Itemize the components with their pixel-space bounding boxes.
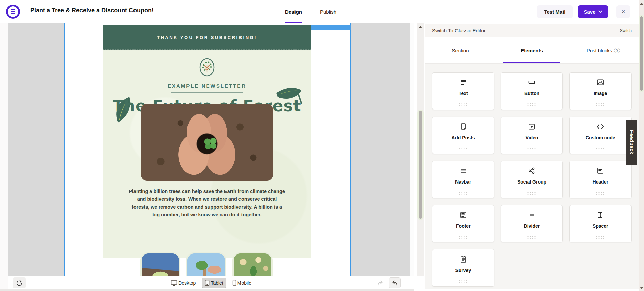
element-card-survey[interactable]: Survey	[432, 249, 494, 287]
save-button-label: Save	[584, 9, 595, 15]
element-card-custom-code[interactable]: Custom code	[569, 117, 632, 154]
mobile-label: Mobile	[237, 280, 251, 286]
redo-button[interactable]	[377, 280, 384, 286]
device-toggle-mobile[interactable]: Mobile	[230, 278, 254, 288]
header-block-icon	[596, 166, 604, 175]
elements-grid: Text Button Image Add Posts Video	[432, 72, 632, 287]
planting-photo-1[interactable]	[140, 252, 180, 276]
code-brackets-icon	[596, 122, 605, 131]
drag-handle-dots	[459, 280, 467, 283]
tablet-icon	[205, 280, 210, 286]
sidebar-bottom-strip	[425, 289, 639, 291]
element-card-social-group[interactable]: Social Group	[501, 161, 563, 198]
drag-handle-dots	[459, 103, 467, 106]
feedback-tab[interactable]: Feedback	[626, 120, 637, 165]
element-card-text[interactable]: Text	[432, 72, 494, 110]
element-card-spacer[interactable]: Spacer	[569, 205, 632, 242]
page-scrollbar[interactable]	[639, 0, 644, 291]
tab-section-label: Section	[452, 48, 469, 53]
mobile-icon	[232, 280, 236, 286]
refresh-preview-button[interactable]	[13, 277, 26, 288]
email-paragraph[interactable]: Planting a billion trees can help save t…	[128, 188, 286, 219]
drag-handle-dots	[459, 236, 467, 239]
canvas-right-gutter	[410, 23, 414, 276]
page-scroll-down-icon[interactable]	[640, 287, 643, 289]
tab-design[interactable]: Design	[285, 0, 302, 23]
tree-logo-icon	[199, 58, 215, 77]
footer-block-icon	[459, 211, 467, 219]
element-card-add-posts[interactable]: Add Posts	[432, 117, 494, 154]
divider-line-icon	[528, 211, 536, 219]
desktop-icon	[171, 280, 177, 286]
tab-elements[interactable]: Elements	[496, 37, 568, 63]
help-question-icon[interactable]: ?	[614, 48, 620, 53]
planting-photo-2[interactable]	[186, 252, 226, 276]
element-card-navbar[interactable]: Navbar	[432, 161, 494, 198]
switch-editor-bar: Switch To Classic Editor Switch	[425, 24, 639, 37]
element-card-footer[interactable]: Footer	[432, 205, 494, 242]
drag-handle-dots	[596, 103, 605, 106]
email-banner[interactable]: THANK YOU FOR SUBSCRIBING!	[103, 25, 311, 50]
canvas-scrollbar[interactable]	[417, 23, 424, 276]
canvas-scrollbar-thumb[interactable]	[417, 110, 424, 220]
page-scroll-up-icon[interactable]	[640, 3, 643, 5]
element-card-button[interactable]: Button	[501, 72, 563, 110]
hands-seedling-photo[interactable]	[141, 104, 273, 181]
element-card-divider[interactable]: Divider	[501, 205, 563, 242]
tab-post-blocks-label: Post blocks	[587, 48, 612, 53]
selection-indicator-bar[interactable]	[311, 25, 351, 30]
preview-toolbar: Desktop Tablet Mobile	[8, 276, 414, 289]
test-mail-button[interactable]: Test Mail	[537, 5, 573, 18]
drag-handle-dots	[596, 236, 605, 239]
element-card-header[interactable]: Header	[569, 161, 632, 198]
brand-divider-rule	[171, 92, 243, 93]
drag-handle-dots	[459, 148, 467, 150]
tab-section[interactable]: Section	[425, 37, 496, 63]
email-preview[interactable]: THANK YOU FOR SUBSCRIBING! EXAMPLE NEWSL…	[103, 25, 311, 276]
elements-panel: Text Button Image Add Posts Video	[425, 64, 639, 289]
top-bar: Plant a Tree & Receive a Discount Coupon…	[0, 0, 644, 23]
spacer-icon	[596, 211, 604, 219]
page-scrollbar-thumb[interactable]	[639, 15, 644, 92]
image-icon	[596, 78, 604, 87]
photo-thumbnails-row	[103, 252, 311, 276]
save-button[interactable]: Save	[578, 5, 608, 18]
campaign-title: Plant a Tree & Receive a Discount Coupon…	[30, 7, 154, 14]
drag-handle-dots	[528, 192, 536, 195]
sidebar-tabs: Section Elements Post blocks ?	[425, 37, 639, 64]
email-body[interactable]: EXAMPLE NEWSLETTER The Future of Forest …	[103, 50, 311, 258]
chevron-down-icon	[598, 10, 602, 13]
left-edge-guide[interactable]	[64, 23, 65, 276]
switch-editor-title: Switch To Classic Editor	[432, 28, 486, 33]
video-play-icon	[528, 122, 536, 131]
drag-handle-dots	[596, 192, 605, 195]
close-editor-button[interactable]: ×	[616, 5, 630, 18]
canvas-left-gutter	[0, 23, 8, 276]
drag-handle-dots	[528, 236, 536, 239]
navbar-lines-icon	[459, 166, 467, 175]
device-toggle-group: Desktop Tablet Mobile	[168, 276, 254, 290]
planting-photo-3[interactable]	[232, 252, 273, 276]
tab-elements-label: Elements	[521, 48, 543, 53]
posts-document-icon	[459, 122, 467, 131]
toolbar-left-underlay	[0, 276, 8, 291]
device-toggle-tablet[interactable]: Tablet	[202, 278, 226, 288]
device-toggle-desktop[interactable]: Desktop	[168, 278, 198, 288]
right-sidebar: Switch To Classic Editor Switch Section …	[425, 23, 639, 291]
element-card-video[interactable]: Video	[501, 117, 563, 154]
desktop-label: Desktop	[178, 280, 196, 286]
tab-publish[interactable]: Publish	[320, 0, 336, 23]
history-buttons	[377, 277, 401, 288]
drag-handle-dots	[596, 148, 605, 150]
undo-button[interactable]	[389, 277, 401, 288]
right-edge-guide[interactable]	[350, 23, 351, 276]
survey-clipboard-icon	[459, 255, 467, 264]
switch-editor-link[interactable]: Switch	[620, 28, 632, 33]
app-logo-icon[interactable]	[6, 5, 20, 19]
scroll-up-arrow-icon[interactable]	[418, 26, 422, 28]
element-card-image[interactable]: Image	[569, 72, 632, 110]
button-shape-icon	[528, 78, 536, 87]
tab-post-blocks[interactable]: Post blocks ?	[568, 37, 639, 63]
text-lines-icon	[459, 78, 467, 87]
editor-mode-tabs: Design Publish	[285, 0, 336, 23]
